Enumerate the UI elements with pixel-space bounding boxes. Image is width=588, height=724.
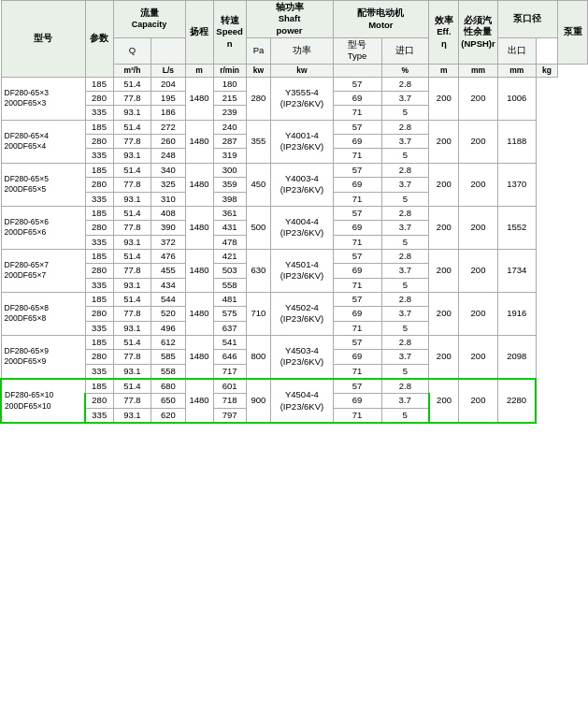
table-row: DF280-65×7 200DF65×718551.44761480421630… [1,249,588,263]
Pa-cell: 361 [213,206,246,220]
Pa-cell: 541 [213,335,246,349]
Ls-cell: 77.8 [113,394,151,408]
H-cell: 558 [151,364,185,379]
Pa-cell: 319 [213,149,246,163]
Q-cell: 185 [85,292,113,306]
H-cell: 248 [151,149,185,163]
Q-cell: 185 [85,379,113,394]
table-row: DF280-65×9 200DF65×918551.46121480541800… [1,335,588,349]
outlet-cell: 200 [459,292,497,335]
Pa-cell: 300 [213,163,246,177]
Pa-cell: 575 [213,307,246,321]
Q-cell: 335 [85,192,113,206]
Ls-cell: 77.8 [113,178,151,192]
eff-cell: 57 [333,120,381,134]
eff-cell: 69 [333,264,381,278]
mm1-unit: mm [459,64,497,77]
Pa-cell: 637 [213,321,246,335]
Q-cell: 280 [85,350,113,364]
Pa-cell: 180 [213,77,246,91]
eff-cell: 57 [333,335,381,349]
npsh-cell: 3.7 [381,92,429,106]
H-cell: 612 [151,335,185,349]
H-cell: 620 [151,408,185,423]
Ls-cell: 51.4 [113,163,151,177]
weight-cell: 1734 [497,249,536,292]
table-row: DF280-65×5 200DF65×518551.43401480300450… [1,163,588,177]
Pa-cell: 481 [213,292,246,306]
outlet-cell: 200 [459,206,497,249]
Pa-cell: 646 [213,350,246,364]
Ls-cell: 93.1 [113,408,151,423]
table-row: DF280-65×4 200DF65×418551.42721480240355… [1,120,588,134]
Ls-cell: 77.8 [113,135,151,149]
power-cell: 800 [246,335,271,379]
eff-cell: 57 [333,206,381,220]
inlet-cell: 200 [429,120,459,163]
main-table-container: 型号 参数 流量Capacity 扬程 转速Speedn 轴功率Shaftpow… [0,0,588,424]
eff-cell: 69 [333,92,381,106]
params-header: 参数 [85,1,113,78]
Pa-cell: 287 [213,135,246,149]
Pa-cell: 421 [213,249,246,263]
motor-cell: Y4501-4 (IP23/6KV) [271,249,333,292]
weight-cell: 1188 [497,120,536,163]
motor-cell: Y4003-4 (IP23/6KV) [271,163,333,206]
eff-cell: 71 [333,321,381,335]
Q-cell: 280 [85,394,113,408]
npsh-cell: 2.8 [381,379,429,394]
Q-cell: 185 [85,206,113,220]
inlet-cell: 200 [429,249,459,292]
motor-cell: Y4504-4 (IP23/6KV) [271,379,333,423]
H-cell: 496 [151,321,185,335]
Ls-cell: 51.4 [113,292,151,306]
outlet-header: 出口 [497,38,536,65]
eff-cell: 69 [333,178,381,192]
Q-cell: 335 [85,321,113,335]
motor-type-unit [333,64,381,77]
Ls-cell: 93.1 [113,149,151,163]
Q-cell: 185 [85,77,113,91]
power-cell: 630 [246,249,271,292]
Ls-cell: 51.4 [113,77,151,91]
H-cell: 520 [151,307,185,321]
inlet-header: 进口 [381,38,429,65]
pump-dia-header: 泵口径 [497,1,557,38]
model-header: 型号 [1,1,85,78]
Q-cell: 280 [85,307,113,321]
eff-cell: 71 [333,106,381,120]
npsh-cell: 3.7 [381,307,429,321]
kg-unit: kg [536,64,557,77]
weight-cell: 1370 [497,163,536,206]
eff-cell: 71 [333,192,381,206]
eff-cell: 71 [333,278,381,292]
outlet-cell: 200 [459,335,497,379]
weight-cell: 1552 [497,206,536,249]
npsh-cell: 5 [381,106,429,120]
Pa-cell: 558 [213,278,246,292]
Pa-cell: 240 [213,120,246,134]
eff-cell: 71 [333,408,381,423]
Ls-cell: 51.4 [113,335,151,349]
Pa-cell: 239 [213,106,246,120]
weight-cell: 1916 [497,292,536,335]
Q-cell: 335 [85,278,113,292]
motor-cell: Y3555-4 (IP23/6KV) [271,77,333,120]
npsh-cell: 3.7 [381,221,429,235]
motor-cell: Y4004-4 (IP23/6KV) [271,206,333,249]
Q-header: Q [113,38,151,65]
npsh-cell: 3.7 [381,135,429,149]
Ls-cell: 77.8 [113,307,151,321]
motor-cell: Y4001-4 (IP23/6KV) [271,120,333,163]
eff-cell: 57 [333,163,381,177]
power-cell: 355 [246,120,271,163]
motor-cell: Y4503-4 (IP23/6KV) [271,335,333,379]
eff-cell: 57 [333,249,381,263]
eff-cell: 69 [333,394,381,408]
weight-cell: 2280 [497,379,536,423]
H-cell: 310 [151,192,185,206]
npsh-cell: 5 [381,364,429,379]
inlet-cell: 200 [429,163,459,206]
H-cell: 455 [151,264,185,278]
npsh-cell: 3.7 [381,394,429,408]
